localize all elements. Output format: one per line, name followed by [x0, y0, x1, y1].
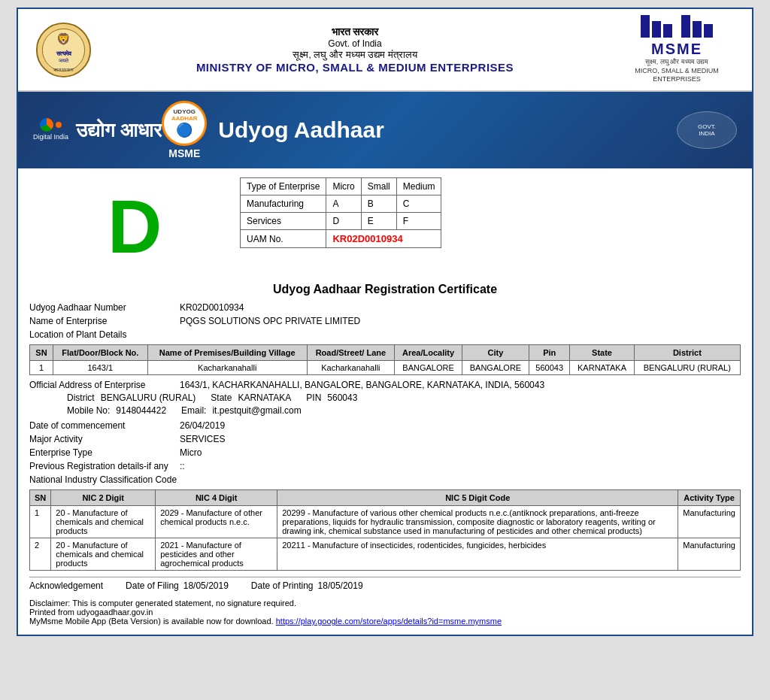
- certificate-title: Udyog Aadhaar Registration Certificate: [29, 283, 741, 296]
- uam-value: KR02D0010934: [326, 230, 441, 248]
- state-value: KARNATAKA: [238, 392, 291, 403]
- loc-state: KARNATAKA: [570, 361, 634, 375]
- msme-banner-label: MSME: [168, 147, 200, 159]
- email-item: Email: it.pestquit@gmail.com: [181, 405, 302, 416]
- prev-reg-row: Previous Registration details-if any ::: [29, 461, 741, 471]
- address-section: Official Address of Enterprise 1643/1, K…: [29, 380, 741, 416]
- nic2-4digit: 2021 - Manufacture of pesticides and oth…: [156, 538, 277, 571]
- loc-th-flat: Flat/Door/Block No.: [53, 345, 147, 361]
- printed-from: Printed from udyogaadhaar.gov.in: [29, 608, 741, 617]
- nic-th-activity: Activity Type: [678, 490, 741, 506]
- loc-th-city: City: [462, 345, 529, 361]
- location-label-row: Location of Plant Details: [29, 329, 741, 340]
- emblem-left: 🦁 सत्यमेव जयते भारत सरकार: [33, 20, 93, 80]
- nic-label-row: National Industry Classification Code: [29, 474, 741, 485]
- ministry-title: MINISTRY OF MICRO, SMALL & MEDIUM ENTERP…: [93, 61, 617, 74]
- location-label: Location of Plant Details: [29, 329, 180, 340]
- services-row: Services D E F: [241, 213, 441, 230]
- uam-row: UAM No. KR02D0010934: [241, 230, 441, 248]
- header-center: भारत सरकार Govt. of India सूक्ष्म, लघु औ…: [93, 26, 617, 74]
- activity-value: SERVICES: [180, 434, 225, 444]
- district-label: District: [67, 392, 95, 403]
- nic-th-sn: SN: [30, 490, 51, 506]
- svc-f: F: [396, 213, 441, 230]
- nic1-activity: Manufacturing: [678, 506, 741, 538]
- svc-e: E: [361, 213, 396, 230]
- mfg-b: B: [361, 195, 396, 213]
- district-value: BENGALURU (RURAL): [101, 392, 196, 403]
- loc-th-pin: Pin: [529, 345, 570, 361]
- enterprise-col4: Medium: [396, 178, 441, 195]
- location-header-row: SN Flat/Door/Block No. Name of Premises/…: [30, 345, 741, 361]
- printing-label: Date of Printing: [251, 580, 314, 591]
- govt-india: Govt. of India: [93, 38, 617, 49]
- filing-value: 18/05/2019: [183, 580, 229, 591]
- prev-reg-value: ::: [180, 461, 185, 471]
- nic-th-4digit: NIC 4 Digit: [156, 490, 277, 506]
- nic2-2digit: 20 - Manufacture of chemicals and chemic…: [51, 538, 156, 571]
- address-district-row: District BENGALURU (RURAL) State KARNATA…: [29, 392, 741, 403]
- printing-value: 18/05/2019: [318, 580, 363, 591]
- loc-road: Kacharkanahalli: [307, 361, 395, 375]
- d-section: D: [29, 177, 240, 275]
- district-item: District BENGALURU (RURAL): [67, 392, 196, 403]
- d-letter: D: [108, 183, 162, 270]
- enterprise-name-row: Name of Enterprise PQGS SOLUTIONS OPC PR…: [29, 316, 741, 326]
- location-data-row: 1 1643/1 Kacharkanahalli Kacharkanahalli…: [30, 361, 741, 375]
- aadhaar-label: Udyog Aadhaar Number: [29, 302, 180, 313]
- nic1-5digit: 20299 - Manufacture of various other che…: [277, 506, 678, 538]
- banner-center: UDYOG AADHAR 🔵 MSME: [162, 101, 207, 159]
- loc-sn: 1: [30, 361, 53, 375]
- blue-banner: Digital India उद्योग आधार UDYOG AADHAR 🔵…: [18, 92, 752, 168]
- mobile-item: Mobile No: 9148044422: [67, 405, 166, 416]
- svg-text:भारत सरकार: भारत सरकार: [53, 67, 74, 71]
- uam-label: UAM No.: [241, 230, 326, 248]
- loc-area: BANGALORE: [395, 361, 462, 375]
- ack-label: Acknowledgement: [29, 580, 103, 591]
- document-wrapper: 🦁 सत्यमेव जयते भारत सरकार भारत सरकार Gov…: [17, 8, 753, 636]
- services-label: Services: [241, 213, 326, 230]
- loc-flat: 1643/1: [53, 361, 147, 375]
- top-section: D Type of Enterprise Micro Small Medium …: [29, 177, 741, 275]
- loc-th-area: Area/Locality: [395, 345, 462, 361]
- address-full: 1643/1, KACHARKANAHALLI, BANGALORE, BANG…: [180, 380, 741, 390]
- loc-th-sn: SN: [30, 345, 53, 361]
- filing-label: Date of Filing: [126, 580, 179, 591]
- svg-text:🦁: 🦁: [56, 32, 71, 46]
- svg-text:जयते: जयते: [58, 57, 69, 63]
- address-row: Official Address of Enterprise 1643/1, K…: [29, 380, 741, 390]
- mobile-label: Mobile No:: [67, 405, 110, 416]
- document-header: 🦁 सत्यमेव जयते भारत सरकार भारत सरकार Gov…: [18, 9, 752, 92]
- app-link[interactable]: https://play.google.com/store/apps/detai…: [276, 617, 502, 626]
- nic-th-5digit: NIC 5 Digit Code: [277, 490, 678, 506]
- state-label: State: [211, 392, 232, 403]
- enterprise-col1: Type of Enterprise: [241, 178, 326, 195]
- filing-item: Date of Filing 18/05/2019: [126, 580, 229, 591]
- banner-hindi-title: उद्योग आधार: [76, 119, 162, 142]
- manufacturing-label: Manufacturing: [241, 195, 326, 213]
- app-text: MyMsme Mobile App (Beta Version) is avai…: [29, 617, 274, 626]
- state-item: State KARNATAKA: [211, 392, 291, 403]
- pin-item: PIN 560043: [306, 392, 357, 403]
- mfg-a: A: [326, 195, 361, 213]
- prev-reg-label: Previous Registration details-if any: [29, 461, 180, 471]
- digital-india-logo: Digital India: [33, 118, 68, 142]
- svc-d: D: [326, 213, 361, 230]
- pin-label: PIN: [306, 392, 321, 403]
- nic-label: National Industry Classification Code: [29, 474, 180, 485]
- loc-pin: 560043: [529, 361, 570, 375]
- loc-district: BENGALURU (RURAL): [634, 361, 740, 375]
- acknowledgement-row: Acknowledgement Date of Filing 18/05/201…: [29, 577, 741, 594]
- msme-logo-right: MSME सूक्ष्म, लघु और मध्यम उद्यम MICRO, …: [617, 15, 737, 84]
- msme-eng-text: MICRO, SMALL & MEDIUM ENTERPRISES: [617, 67, 737, 84]
- msme-hindi-text: सूक्ष्म, लघु और मध्यम उद्यम: [617, 58, 737, 67]
- nic-row-2: 2 20 - Manufacture of chemicals and chem…: [30, 538, 741, 571]
- aadhaar-value: KR02D0010934: [180, 302, 244, 313]
- activity-label: Major Activity: [29, 434, 180, 444]
- loc-th-district: District: [634, 345, 740, 361]
- enterprise-type-row: Enterprise Type Micro: [29, 447, 741, 458]
- disclaimer-text: Disclaimer: This is computer generated s…: [29, 598, 741, 608]
- app-line: MyMsme Mobile App (Beta Version) is avai…: [29, 617, 741, 626]
- commencement-label: Date of commencement: [29, 420, 180, 431]
- svg-text:सत्यमेव: सत्यमेव: [55, 50, 71, 57]
